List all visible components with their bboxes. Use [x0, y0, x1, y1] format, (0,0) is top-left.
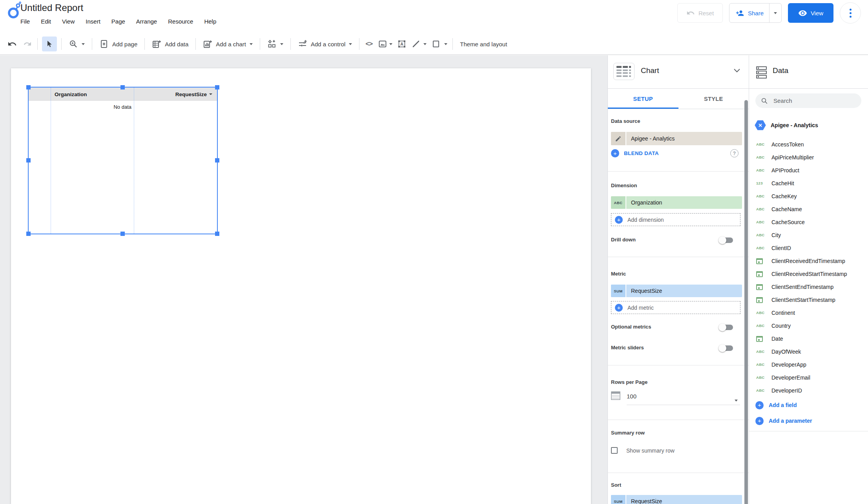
- sort-chip[interactable]: SUM RequestSize: [611, 495, 742, 504]
- field-CacheName[interactable]: ABCCacheName: [749, 203, 868, 215]
- insert-image-button[interactable]: [376, 36, 395, 52]
- field-AccessToken[interactable]: ABCAccessToken: [749, 138, 868, 151]
- add-page-button[interactable]: Add page: [95, 36, 142, 52]
- field-name: DeveloperEmail: [771, 374, 810, 381]
- resize-handle-w[interactable]: [26, 158, 31, 163]
- tab-style[interactable]: STYLE: [678, 89, 749, 109]
- report-title[interactable]: Untitled Report: [20, 2, 83, 13]
- field-ClientSentStartTimestamp[interactable]: ClientSentStartTimestamp: [749, 293, 868, 306]
- dimension-chip[interactable]: ABC Organization: [611, 196, 742, 209]
- panel-scrollbar[interactable]: [744, 100, 748, 504]
- field-name: DayOfWeek: [771, 349, 801, 355]
- metric-sliders-toggle[interactable]: [718, 344, 733, 352]
- menu-edit[interactable]: Edit: [41, 18, 51, 25]
- undo-button[interactable]: [5, 36, 20, 52]
- add-metric-button[interactable]: + Add metric: [611, 301, 740, 314]
- menu-help[interactable]: Help: [204, 18, 216, 25]
- show-summary-row-option[interactable]: Show summary row: [611, 447, 675, 454]
- shape-dropdown-caret[interactable]: [444, 43, 447, 45]
- help-icon[interactable]: ?: [730, 149, 739, 157]
- table-chart-selected[interactable]: Organization RequestSize No data: [29, 88, 217, 234]
- field-ClientSentEndTimestamp[interactable]: ClientSentEndTimestamp: [749, 280, 868, 293]
- field-APIProduct[interactable]: ABCAPIProduct: [749, 164, 868, 177]
- metric-chip[interactable]: SUM RequestSize: [611, 285, 742, 297]
- section-divider: [608, 171, 749, 172]
- community-viz-dropdown-caret[interactable]: [280, 43, 283, 45]
- view-button[interactable]: View: [788, 3, 833, 23]
- zoom-tool-button[interactable]: [64, 36, 89, 52]
- reset-button[interactable]: Reset: [677, 3, 723, 23]
- resize-handle-ne[interactable]: [215, 85, 219, 89]
- resize-handle-n[interactable]: [120, 85, 125, 89]
- add-dimension-button[interactable]: + Add dimension: [611, 213, 740, 226]
- drill-down-toggle[interactable]: [718, 236, 733, 244]
- add-data-button[interactable]: Add data: [148, 36, 193, 52]
- field-CacheKey[interactable]: ABCCacheKey: [749, 190, 868, 203]
- menu-arrange[interactable]: Arrange: [136, 18, 157, 25]
- select-tool-button[interactable]: [42, 37, 57, 51]
- table-chart-type-icon[interactable]: [613, 63, 635, 80]
- table-column-organization[interactable]: Organization: [51, 91, 134, 97]
- menu-view[interactable]: View: [62, 18, 75, 25]
- add-chart-dropdown-caret[interactable]: [250, 43, 253, 45]
- table-column-requestsize[interactable]: RequestSize: [134, 91, 217, 97]
- insert-shape-button[interactable]: [429, 36, 450, 52]
- field-ClientReceivedStartTimestamp[interactable]: ClientReceivedStartTimestamp: [749, 267, 868, 280]
- blend-data-button[interactable]: + BLEND DATA: [611, 149, 659, 157]
- search-input[interactable]: [773, 97, 849, 104]
- insert-line-button[interactable]: [409, 36, 429, 52]
- menu-resource[interactable]: Resource: [168, 18, 193, 25]
- add-control-button[interactable]: Add a control: [294, 36, 356, 52]
- menu-file[interactable]: File: [20, 18, 30, 25]
- community-visualizations-button[interactable]: [263, 36, 288, 52]
- chevron-down-icon[interactable]: [734, 69, 740, 73]
- field-Date[interactable]: Date: [749, 332, 868, 345]
- more-options-button[interactable]: [840, 2, 861, 24]
- add-chart-button[interactable]: Add a chart: [199, 36, 257, 52]
- field-Continent[interactable]: ABCContinent: [749, 306, 868, 319]
- optional-metrics-label: Optional metrics: [611, 324, 651, 330]
- optional-metrics-toggle[interactable]: [718, 323, 733, 331]
- add-control-dropdown-caret[interactable]: [349, 43, 352, 45]
- menu-insert[interactable]: Insert: [86, 18, 100, 25]
- rows-per-page-value[interactable]: 100: [627, 393, 636, 400]
- theme-and-layout-button[interactable]: Theme and layout: [456, 36, 511, 52]
- line-dropdown-caret[interactable]: [423, 43, 427, 45]
- resize-handle-nw[interactable]: [26, 85, 31, 89]
- field-search[interactable]: [755, 93, 861, 108]
- data-list-icon: [756, 66, 767, 79]
- report-page[interactable]: Organization RequestSize No data: [11, 68, 591, 504]
- field-DeveloperApp[interactable]: ABCDeveloperApp: [749, 358, 868, 371]
- edit-pencil-icon[interactable]: [611, 132, 626, 145]
- field-Country[interactable]: ABCCountry: [749, 319, 868, 332]
- field-DayOfWeek[interactable]: ABCDayOfWeek: [749, 345, 868, 358]
- resize-handle-sw[interactable]: [26, 232, 31, 236]
- field-ApiPriceMultiplier[interactable]: ABCApiPriceMultiplier: [749, 151, 868, 164]
- insert-text-button[interactable]: A: [395, 36, 409, 52]
- field-CacheSource[interactable]: ABCCacheSource: [749, 215, 868, 228]
- resize-handle-s[interactable]: [120, 232, 125, 236]
- field-City[interactable]: ABCCity: [749, 228, 868, 241]
- share-button[interactable]: Share: [729, 3, 782, 23]
- field-DeveloperEmail[interactable]: ABCDeveloperEmail: [749, 371, 868, 384]
- redo-button[interactable]: [20, 36, 35, 52]
- add-a-field-button[interactable]: + Add a field: [755, 398, 797, 412]
- zoom-dropdown-caret[interactable]: [82, 43, 85, 45]
- field-CacheHit[interactable]: 123CacheHit: [749, 177, 868, 190]
- menu-page[interactable]: Page: [111, 18, 125, 25]
- image-dropdown-caret[interactable]: [389, 43, 392, 45]
- resize-handle-e[interactable]: [215, 158, 219, 163]
- data-source-row[interactable]: ✕ Apigee - Analytics: [755, 117, 818, 133]
- tab-setup[interactable]: SETUP: [608, 89, 678, 109]
- embed-url-button[interactable]: <>: [362, 36, 376, 52]
- field-ClientID[interactable]: ABCClientID: [749, 241, 868, 254]
- field-DeveloperID[interactable]: ABCDeveloperID: [749, 384, 868, 397]
- add-a-parameter-button[interactable]: + Add a parameter: [755, 414, 812, 428]
- field-ClientReceivedEndTimestamp[interactable]: ClientReceivedEndTimestamp: [749, 254, 868, 267]
- data-source-chip[interactable]: Apigee - Analytics: [611, 132, 742, 145]
- rows-per-page-dropdown-caret[interactable]: [735, 396, 738, 403]
- resize-handle-se[interactable]: [215, 232, 219, 236]
- share-dropdown-caret[interactable]: [770, 4, 781, 22]
- checkbox-unchecked[interactable]: [611, 447, 618, 454]
- report-canvas[interactable]: Organization RequestSize No data: [0, 55, 607, 504]
